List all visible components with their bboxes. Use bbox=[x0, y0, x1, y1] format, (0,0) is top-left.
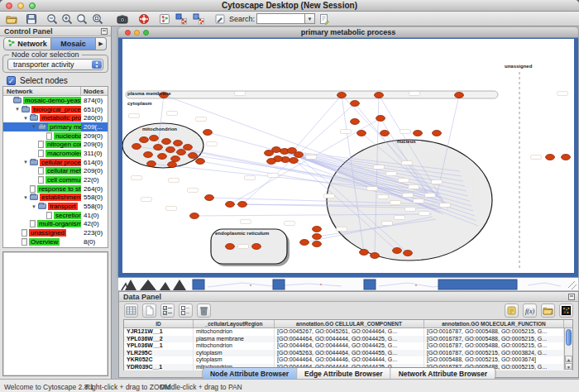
tree-row[interactable]: ▼cellular process614(0) bbox=[3, 158, 108, 167]
tree-row[interactable]: ▼transport558(0) bbox=[3, 202, 108, 211]
expand-arrow-icon[interactable]: ▼ bbox=[23, 159, 30, 165]
zoom-out-icon[interactable] bbox=[45, 12, 59, 26]
matrix-icon[interactable] bbox=[559, 304, 573, 318]
select-attributes-icon[interactable] bbox=[160, 304, 175, 318]
tree-row[interactable]: ▼primary metabo209(... bbox=[3, 122, 108, 131]
network-node[interactable] bbox=[166, 147, 175, 153]
network-node[interactable] bbox=[404, 251, 413, 256]
table-cell[interactable]: YDR039C__1 bbox=[124, 364, 194, 371]
network-node[interactable] bbox=[360, 250, 369, 256]
table-cell[interactable]: YPL036W__2 bbox=[124, 336, 194, 343]
label-icon[interactable] bbox=[505, 304, 519, 318]
network-node[interactable] bbox=[300, 240, 309, 246]
tree-row[interactable]: ▼metabolic process280(0) bbox=[3, 113, 108, 122]
search-dropdown-button[interactable]: ▼ bbox=[304, 13, 315, 24]
tab-node-attribute-browser[interactable]: Node Attribute Browser bbox=[203, 368, 297, 380]
network-node[interactable] bbox=[154, 145, 163, 151]
open-folder-icon[interactable] bbox=[5, 12, 18, 26]
table-cell[interactable]: mitochondrion bbox=[194, 342, 275, 350]
network-node[interactable] bbox=[267, 159, 276, 165]
tree-row[interactable]: unassigned223(0) bbox=[3, 228, 108, 237]
float-panel-icon[interactable] bbox=[101, 28, 108, 35]
tree-row[interactable]: cellular metabol209(0) bbox=[3, 167, 108, 176]
tree-row[interactable]: multi-organism pro42(0) bbox=[3, 220, 108, 229]
network-node[interactable] bbox=[238, 202, 247, 208]
network-node[interactable] bbox=[351, 101, 360, 107]
attribute-table-row[interactable]: YLR295Ccytoplasm[GO:0045263, GO:0044464,… bbox=[124, 350, 572, 357]
network-canvas[interactable]: plasma membrane cytoplasm mitochondrion … bbox=[122, 39, 574, 273]
network-node[interactable] bbox=[150, 136, 159, 141]
network-node[interactable] bbox=[313, 241, 322, 247]
network-node[interactable] bbox=[189, 153, 198, 159]
network-node[interactable] bbox=[433, 131, 442, 136]
tree-row[interactable]: macromolecule311(0) bbox=[3, 149, 108, 158]
network-node[interactable] bbox=[313, 227, 322, 232]
network-node[interactable] bbox=[455, 93, 464, 98]
table-cell[interactable]: cytoplasm bbox=[194, 356, 275, 364]
network-node[interactable] bbox=[144, 152, 153, 158]
help-lifebuoy-icon[interactable] bbox=[137, 12, 151, 26]
network-node[interactable] bbox=[147, 161, 156, 167]
table-cell[interactable]: YKR052C bbox=[124, 356, 194, 364]
table-cell[interactable]: [GO:0016787, GO:0005488, GO:0005215, G..… bbox=[424, 328, 564, 336]
network-node[interactable] bbox=[252, 244, 261, 250]
combo-stepper-icon[interactable]: ▲▼ bbox=[92, 60, 102, 69]
tab-network-attribute-browser[interactable]: Network Attribute Browser bbox=[391, 368, 495, 380]
table-cell[interactable]: cytoplasm bbox=[194, 350, 275, 357]
column-header-cellular-component[interactable]: annotation.GO CELLULAR_COMPONENT bbox=[275, 320, 424, 327]
tab-edge-attribute-browser[interactable]: Edge Attribute Browser bbox=[297, 368, 391, 380]
scroll-down-icon[interactable]: ▼ bbox=[565, 363, 572, 370]
network-node[interactable] bbox=[546, 155, 555, 160]
tab-mosaic[interactable]: Mosaic bbox=[51, 37, 96, 50]
attribute-table-row[interactable]: YPL036W__2plasma membrane[GO:0044464, GO… bbox=[124, 336, 572, 343]
tree-row[interactable]: Overview8(0) bbox=[3, 237, 108, 246]
birdseye-view[interactable] bbox=[2, 251, 108, 376]
table-cell[interactable]: [GO:0016787, GO:0005488, GO:0005215, G..… bbox=[424, 336, 564, 343]
network-node[interactable] bbox=[290, 158, 299, 164]
network-view-icon[interactable] bbox=[158, 12, 171, 26]
network-node[interactable] bbox=[174, 141, 183, 146]
scrollbar-thumb[interactable] bbox=[566, 329, 572, 346]
table-cell[interactable]: [GO:0016787, GO:0005488, GO:0005215, G..… bbox=[424, 342, 564, 350]
table-cell[interactable]: [GO:0045263, GO:0044464, GO:0044455, G..… bbox=[275, 350, 424, 357]
new-attribute-icon[interactable] bbox=[142, 304, 156, 318]
annotation-icon[interactable] bbox=[213, 12, 227, 26]
zoom-fit-icon[interactable] bbox=[75, 12, 89, 26]
network-node[interactable] bbox=[376, 116, 385, 122]
network-node[interactable] bbox=[226, 202, 235, 208]
tree-row[interactable]: ▼establishment of lo558(0) bbox=[3, 194, 108, 203]
network-node[interactable] bbox=[226, 244, 235, 250]
table-cell[interactable]: YPL036W__1 bbox=[124, 342, 194, 350]
unselect-attributes-icon[interactable] bbox=[179, 304, 193, 318]
network-node[interactable] bbox=[168, 162, 177, 168]
select-nodes-checkbox[interactable]: ✓ bbox=[7, 76, 16, 85]
search-options-icon[interactable] bbox=[318, 12, 331, 26]
network-node[interactable] bbox=[272, 147, 281, 153]
table-cell[interactable]: plasma membrane bbox=[194, 336, 275, 343]
attribute-table-header[interactable]: ID _cellularLayoutRegion annotation.GO C… bbox=[124, 320, 572, 328]
column-header-region[interactable]: _cellularLayoutRegion bbox=[194, 320, 275, 327]
expand-arrow-icon[interactable]: ▼ bbox=[31, 123, 38, 130]
table-cell[interactable]: [GO:0044464, GO:0044446, GO:0044444, G..… bbox=[275, 356, 424, 364]
formula-builder-icon[interactable]: f(x) bbox=[523, 304, 537, 318]
column-header-id[interactable]: ID bbox=[124, 320, 194, 327]
network-node[interactable] bbox=[337, 93, 347, 98]
zoom-in-icon[interactable] bbox=[60, 12, 74, 26]
network-node[interactable] bbox=[196, 159, 205, 165]
expand-arrow-icon[interactable]: ▼ bbox=[31, 203, 38, 210]
delete-attribute-icon[interactable] bbox=[197, 304, 211, 318]
network-node[interactable] bbox=[190, 213, 199, 219]
more-tabs-arrow-icon[interactable]: ▶ bbox=[96, 37, 107, 50]
network-window-titlebar[interactable]: primary metabolic process bbox=[118, 27, 578, 38]
network-node[interactable] bbox=[414, 131, 423, 136]
network-node[interactable] bbox=[294, 152, 304, 158]
table-cell[interactable]: [GO:0005488, GO:0005215, GO:0003674] bbox=[424, 356, 564, 364]
expand-arrow-icon[interactable]: ▼ bbox=[23, 115, 30, 122]
table-cell[interactable]: mitochondrion bbox=[194, 328, 275, 336]
network-node[interactable] bbox=[177, 150, 186, 155]
table-cell[interactable]: [GO:0016787, GO:0005215, GO:0003824, G..… bbox=[424, 350, 564, 357]
table-cell[interactable]: [GO:0045267, GO:0045261, GO:0044464, G..… bbox=[275, 328, 424, 336]
network-node[interactable] bbox=[380, 131, 390, 136]
network-node[interactable] bbox=[162, 139, 171, 145]
table-cell[interactable]: [GO:0044464, GO:0044444, GO:0044425, G..… bbox=[275, 336, 424, 343]
